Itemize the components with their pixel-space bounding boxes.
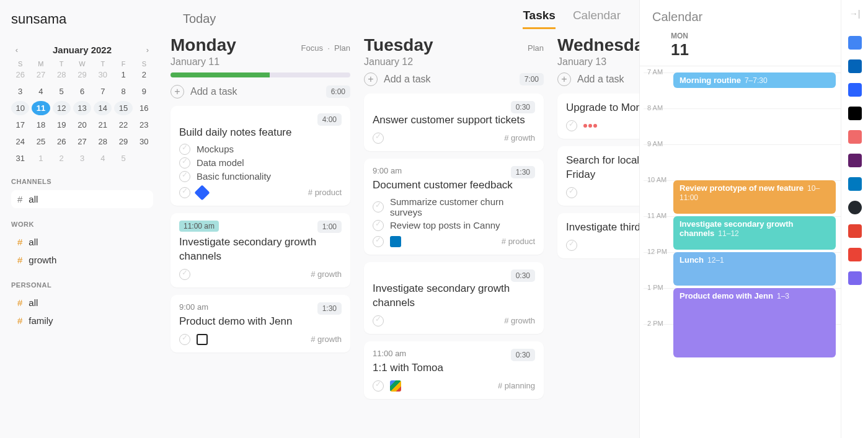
gmail-icon[interactable] [848, 248, 862, 261]
cal-day[interactable]: 21 [94, 118, 112, 132]
cal-day[interactable]: 26 [11, 68, 29, 82]
subtask-check-icon[interactable] [179, 157, 190, 169]
task-tag[interactable]: # planning [498, 381, 535, 390]
task-card[interactable]: 11:00 am1:00Investigate secondary growth… [170, 213, 350, 287]
add-task-button[interactable]: +Add a task [364, 72, 431, 86]
cal-day[interactable]: 22 [114, 118, 132, 132]
outlook-icon[interactable] [848, 59, 862, 73]
tab-tasks[interactable]: Tasks [523, 9, 555, 29]
task-card[interactable]: 0:30Answer customer support tickets# gro… [364, 94, 544, 151]
task-tag[interactable]: # growth [311, 269, 342, 279]
cal-day[interactable]: 29 [114, 134, 132, 149]
cal-day[interactable]: 19 [53, 118, 71, 132]
calendar-event[interactable]: Investigate secondary growth channels11–… [673, 216, 836, 250]
task-check-icon[interactable] [179, 187, 190, 198]
task-check-icon[interactable] [373, 133, 384, 144]
channel-growth[interactable]: #growth [11, 251, 153, 269]
cal-day[interactable]: 3 [11, 84, 29, 99]
cal-day[interactable]: 18 [32, 118, 50, 132]
calendar-event[interactable]: Review prototype of new feature10–11:00 [673, 180, 836, 214]
cal-day[interactable]: 2 [53, 151, 71, 165]
task-card[interactable]: Search for local art shows on First Frid… [557, 146, 639, 206]
cal-day[interactable]: 20 [73, 118, 91, 132]
task-card[interactable]: Investigate third growth channels [557, 213, 639, 258]
cal-day[interactable]: 11 [32, 101, 50, 115]
cal-day[interactable]: 3 [73, 151, 91, 165]
cal-day[interactable]: 7 [94, 84, 112, 99]
calendar-event[interactable]: Morning routine7–7:30 [673, 72, 836, 88]
cal-day[interactable]: 30 [135, 134, 153, 149]
google-calendar-icon[interactable] [848, 36, 862, 50]
next-month-button[interactable]: › [142, 45, 153, 55]
jira-icon[interactable] [848, 83, 862, 97]
clickup-icon[interactable] [848, 271, 862, 285]
subtask[interactable]: Basic functionality [179, 171, 342, 182]
subtask[interactable]: Review top posts in Canny [373, 220, 535, 231]
task-check-icon[interactable] [179, 334, 190, 345]
task-card[interactable]: 9:00 am1:30Document customer feedbackSum… [364, 159, 544, 255]
subtask[interactable]: Data model [179, 157, 342, 169]
slack-icon[interactable] [848, 154, 862, 167]
asana-icon[interactable] [848, 130, 862, 144]
cal-day[interactable]: 9 [135, 84, 153, 99]
cal-day[interactable]: 29 [73, 68, 91, 82]
cal-day[interactable]: 27 [32, 68, 50, 82]
calendar-timeline[interactable]: 7 AM8 AM9 AM10 AM11 AM12 PM1 PM2 PMMorni… [644, 66, 841, 438]
column-link-focus[interactable]: Focus [301, 43, 323, 53]
notion-icon[interactable] [848, 107, 862, 120]
add-task-button[interactable]: +Add a task [170, 85, 237, 99]
cal-day[interactable]: 14 [94, 101, 112, 115]
calendar-event[interactable]: Lunch12–1 [673, 252, 836, 286]
task-card[interactable]: 4:00Build daily notes featureMockupsData… [170, 106, 350, 206]
task-tag[interactable]: # growth [504, 316, 535, 325]
task-check-icon[interactable] [373, 380, 384, 392]
collapse-rail-icon[interactable]: →| [849, 9, 861, 19]
cal-day[interactable]: 13 [73, 101, 91, 115]
task-check-icon[interactable] [566, 187, 577, 198]
cal-day[interactable]: 24 [11, 134, 29, 149]
cal-day[interactable]: 30 [94, 68, 112, 82]
task-card[interactable]: Upgrade to MongoDB [557, 94, 639, 139]
calendar-event[interactable]: Product demo with Jenn1–3 [673, 288, 836, 357]
task-card[interactable]: 11:00 am0:301:1 with Tomoa# planning [364, 341, 544, 399]
task-card[interactable]: 9:00 am1:30Product demo with Jenn# growt… [170, 295, 350, 353]
github-icon[interactable] [848, 201, 862, 214]
cal-day[interactable]: 2 [135, 68, 153, 82]
cal-day[interactable]: 15 [114, 101, 132, 115]
subtask-check-icon[interactable] [179, 144, 190, 155]
task-check-icon[interactable] [373, 315, 384, 326]
column-link-plan[interactable]: Plan [528, 43, 544, 53]
channel-all[interactable]: #all [11, 294, 153, 312]
prev-month-button[interactable]: ‹ [11, 45, 22, 55]
cal-day[interactable]: 8 [114, 84, 132, 99]
cal-day[interactable]: 26 [53, 134, 71, 149]
cal-day[interactable]: 27 [73, 134, 91, 149]
cal-day[interactable]: 1 [32, 151, 50, 165]
add-task-button[interactable]: +Add a task [557, 72, 624, 86]
cal-day[interactable]: 5 [114, 151, 132, 165]
cal-day[interactable]: 28 [94, 134, 112, 149]
channel-all[interactable]: #all [11, 233, 153, 251]
subtask-check-icon[interactable] [179, 171, 190, 182]
cal-day[interactable]: 28 [53, 68, 71, 82]
cal-day[interactable]: 17 [11, 118, 29, 132]
cal-day[interactable]: 4 [32, 84, 50, 99]
column-link-plan[interactable]: Plan [334, 43, 350, 53]
subtask[interactable]: Mockups [179, 144, 342, 155]
subtask[interactable]: Summarize customer churn surveys [373, 196, 535, 217]
cal-day[interactable]: 4 [94, 151, 112, 165]
task-tag[interactable]: # growth [311, 335, 342, 344]
subtask-check-icon[interactable] [373, 201, 384, 212]
cal-day[interactable]: 12 [53, 101, 71, 115]
task-tag[interactable]: # growth [504, 133, 535, 142]
channel-family[interactable]: #family [11, 312, 153, 330]
cal-day[interactable]: 31 [11, 151, 29, 165]
task-check-icon[interactable] [566, 240, 577, 251]
task-tag[interactable]: # product [308, 188, 342, 197]
task-check-icon[interactable] [373, 236, 384, 247]
cal-day[interactable]: 1 [114, 68, 132, 82]
cal-day[interactable]: 16 [135, 101, 153, 115]
task-card[interactable]: 0:30Investigate secondary growth channel… [364, 262, 544, 334]
task-check-icon[interactable] [566, 120, 577, 131]
cal-day[interactable]: 6 [73, 84, 91, 99]
